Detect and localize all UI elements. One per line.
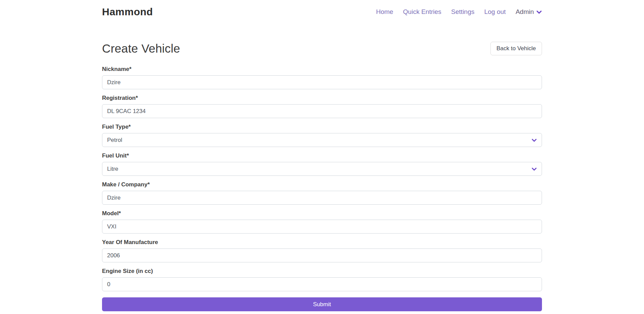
form-field-nickname: Nickname* — [102, 66, 542, 89]
form-field-model: Model* — [102, 210, 542, 234]
main-content: Create Vehicle Back to Vehicle Nickname*… — [102, 41, 542, 311]
chevron-down-icon — [531, 166, 537, 172]
year-of-manufacture-input[interactable] — [102, 248, 542, 262]
form-field-fuel-unit: Fuel Unit* Litre — [102, 152, 542, 176]
submit-button[interactable]: Submit — [102, 297, 542, 311]
model-input[interactable] — [102, 220, 542, 234]
fuel-unit-selected-value: Litre — [107, 166, 118, 172]
back-to-vehicle-button[interactable]: Back to Vehicle — [490, 42, 542, 55]
form-field-engine-size: Engine Size (in cc) — [102, 268, 542, 291]
nickname-input[interactable] — [102, 75, 542, 89]
form-field-registration: Registration* — [102, 95, 542, 118]
year-of-manufacture-label: Year Of Manufacture — [102, 239, 542, 246]
form-field-fuel-type: Fuel Type* Petrol — [102, 124, 542, 147]
form-field-year-of-manufacture: Year Of Manufacture — [102, 239, 542, 262]
fuel-unit-select[interactable]: Litre — [102, 162, 542, 176]
engine-size-input[interactable] — [102, 277, 542, 291]
brand-logo[interactable]: Hammond — [102, 6, 153, 18]
registration-label: Registration* — [102, 95, 542, 101]
fuel-type-label: Fuel Type* — [102, 124, 542, 130]
nav-admin-dropdown[interactable]: Admin — [516, 8, 542, 16]
page-header: Create Vehicle Back to Vehicle — [102, 41, 542, 56]
fuel-type-select[interactable]: Petrol — [102, 133, 542, 147]
main-nav: Home Quick Entries Settings Log out Admi… — [376, 8, 542, 16]
page-title: Create Vehicle — [102, 42, 180, 55]
chevron-down-icon — [536, 9, 542, 15]
nav-item-logout[interactable]: Log out — [484, 8, 506, 16]
chevron-down-icon — [531, 137, 537, 143]
make-company-input[interactable] — [102, 191, 542, 205]
nav-item-quick-entries[interactable]: Quick Entries — [403, 8, 441, 16]
model-label: Model* — [102, 210, 542, 217]
fuel-type-selected-value: Petrol — [107, 137, 122, 144]
create-vehicle-form: Nickname* Registration* Fuel Type* Petro… — [102, 66, 542, 311]
registration-input[interactable] — [102, 104, 542, 118]
engine-size-label: Engine Size (in cc) — [102, 268, 542, 275]
top-navbar: Hammond Home Quick Entries Settings Log … — [0, 0, 644, 24]
form-field-make-company: Make / Company* — [102, 181, 542, 205]
nickname-label: Nickname* — [102, 66, 542, 73]
nav-item-settings[interactable]: Settings — [451, 8, 475, 16]
nav-admin-label: Admin — [516, 8, 534, 16]
fuel-unit-label: Fuel Unit* — [102, 152, 542, 159]
make-company-label: Make / Company* — [102, 181, 542, 188]
nav-item-home[interactable]: Home — [376, 8, 393, 16]
